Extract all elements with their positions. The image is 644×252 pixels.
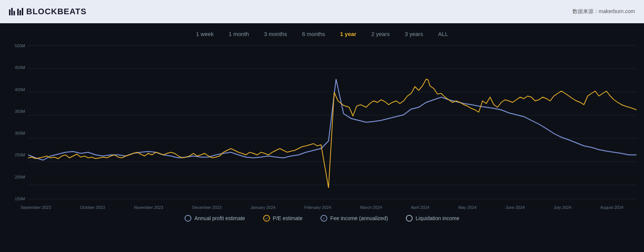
y-label-150: 150M: [7, 196, 28, 201]
time-nav: 1 week 1 month 3 months 6 months 1 year …: [0, 23, 644, 42]
logo-bar-6: [22, 8, 23, 15]
logo-bar-5: [19, 10, 21, 15]
logo-bar-4: [17, 9, 19, 15]
header: BLOCKBEATS 数据来源：makerburn.com: [0, 0, 644, 23]
filter-2years[interactable]: 2 years: [371, 29, 390, 39]
filter-3months[interactable]: 3 months: [264, 29, 287, 39]
y-label-500: 500M: [7, 44, 28, 48]
logo-bar-3: [13, 11, 15, 15]
legend-pe-estimate: ✓ P/E estimate: [263, 215, 303, 222]
legend: Annual profit estimate ✓ P/E estimate ✓ …: [0, 210, 644, 225]
x-label-apr24: April 2024: [411, 205, 429, 210]
y-label-400: 400M: [7, 87, 28, 92]
x-label-oct23: October 2023: [80, 205, 105, 210]
legend-label-annual-profit: Annual profit estimate: [194, 215, 245, 221]
chart-area: 500M 450M 400M 350M 300M 250M 200M 150M: [7, 42, 637, 203]
legend-icon-pe-estimate: ✓: [263, 215, 270, 222]
legend-label-liquidation: Liquidation income: [416, 215, 459, 221]
chart-svg: [28, 42, 637, 203]
data-source: 数据来源：makerburn.com: [572, 8, 635, 15]
x-label-jul24: July 2024: [554, 205, 571, 210]
x-label-nov23: November 2023: [134, 205, 163, 210]
main-chart-svg: [28, 42, 637, 203]
x-label-jan24: January 2024: [250, 205, 276, 210]
y-label-350: 350M: [7, 109, 28, 114]
x-label-sep23: September 2023: [21, 205, 51, 210]
y-axis: 500M 450M 400M 350M 300M 250M 200M 150M: [7, 42, 28, 203]
y-label-300: 300M: [7, 131, 28, 135]
filter-1month[interactable]: 1 month: [229, 29, 249, 39]
chart-container: 1 week 1 month 3 months 6 months 1 year …: [0, 23, 644, 252]
filter-3years[interactable]: 3 years: [405, 29, 423, 39]
logo-bar-1: [9, 9, 10, 15]
filter-1week[interactable]: 1 week: [196, 29, 214, 39]
legend-liquidation: Liquidation income: [406, 215, 459, 222]
x-label-aug24: August 2024: [600, 205, 623, 210]
legend-fee-income: ✓ Fee income (annualized): [321, 215, 388, 222]
y-label-250: 250M: [7, 153, 28, 157]
legend-annual-profit: Annual profit estimate: [185, 215, 245, 222]
x-label-may24: May 2024: [458, 205, 476, 210]
legend-label-pe-estimate: P/E estimate: [273, 215, 303, 221]
x-label-jun24: June 2024: [505, 205, 525, 210]
x-label-mar24: March 2024: [360, 205, 382, 210]
filter-6months[interactable]: 6 months: [302, 29, 325, 39]
filter-all[interactable]: ALL: [438, 29, 448, 39]
x-axis: September 2023 October 2023 November 202…: [0, 203, 644, 210]
logo-bar-2: [11, 8, 13, 15]
logo: BLOCKBEATS: [9, 7, 86, 16]
legend-icon-fee-income: ✓: [321, 215, 327, 222]
legend-icon-annual-profit: [185, 215, 191, 222]
y-label-450: 450M: [7, 65, 28, 70]
x-label-feb24: February 2024: [304, 205, 331, 210]
legend-label-fee-income: Fee income (annualized): [330, 215, 388, 221]
legend-icon-liquidation: [406, 215, 413, 222]
filter-1year[interactable]: 1 year: [340, 29, 356, 39]
x-label-dec23: December 2023: [192, 205, 221, 210]
logo-text: BLOCKBEATS: [26, 7, 86, 16]
gold-line: [28, 79, 637, 188]
logo-icon: [9, 8, 23, 15]
y-label-200: 200M: [7, 175, 28, 179]
